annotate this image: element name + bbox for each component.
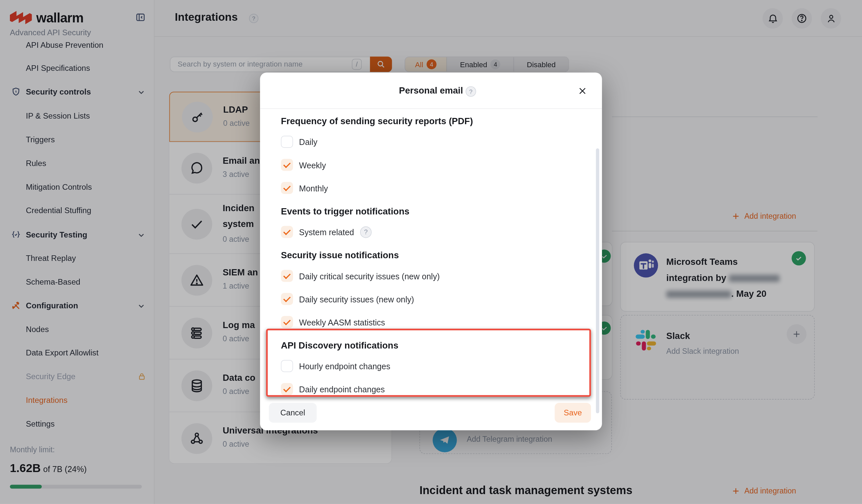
section-heading-security-issues: Security issue notifications bbox=[281, 248, 589, 262]
section-heading-events: Events to trigger notifications bbox=[281, 204, 589, 218]
option-system-related: System related ? bbox=[281, 226, 589, 238]
checkbox-daily-critical[interactable] bbox=[281, 270, 293, 282]
checkbox-daily-endpoint[interactable] bbox=[281, 383, 293, 395]
modal-body: Frequency of sending security reports (P… bbox=[281, 109, 589, 395]
modal-title: Personal email bbox=[260, 85, 602, 96]
checkbox-hourly-endpoint[interactable] bbox=[281, 360, 293, 372]
option-weekly: Weekly bbox=[281, 159, 589, 171]
system-related-help-icon[interactable]: ? bbox=[360, 226, 372, 238]
checkbox-weekly[interactable] bbox=[281, 159, 293, 171]
modal-header: Personal email ? bbox=[260, 72, 602, 109]
section-heading-api-discovery: API Discovery notifications bbox=[281, 339, 589, 352]
option-hourly-endpoint: Hourly endpoint changes bbox=[281, 360, 589, 372]
checkbox-system-related[interactable] bbox=[281, 226, 293, 238]
option-daily: Daily bbox=[281, 136, 589, 148]
option-monthly: Monthly bbox=[281, 182, 589, 194]
checkbox-daily-security[interactable] bbox=[281, 293, 293, 305]
close-icon[interactable] bbox=[578, 86, 587, 95]
checkbox-daily[interactable] bbox=[281, 136, 293, 148]
checkbox-monthly[interactable] bbox=[281, 182, 293, 194]
modal-scrollbar[interactable] bbox=[596, 148, 599, 413]
save-button[interactable]: Save bbox=[554, 403, 591, 423]
wallarm-console: wallarm Advanced API Security API Abuse … bbox=[0, 0, 862, 504]
option-daily-endpoint: Daily endpoint changes bbox=[281, 383, 589, 395]
option-weekly-aasm: Weekly AASM statistics bbox=[281, 316, 589, 328]
personal-email-modal: Personal email ? Frequency of sending se… bbox=[260, 72, 602, 430]
cancel-button[interactable]: Cancel bbox=[269, 403, 317, 423]
checkbox-weekly-aasm[interactable] bbox=[281, 316, 293, 328]
option-daily-security: Daily security issues (new only) bbox=[281, 293, 589, 305]
modal-help-icon[interactable]: ? bbox=[466, 86, 476, 97]
option-daily-critical: Daily critical security issues (new only… bbox=[281, 270, 589, 282]
section-heading-frequency: Frequency of sending security reports (P… bbox=[281, 114, 589, 128]
